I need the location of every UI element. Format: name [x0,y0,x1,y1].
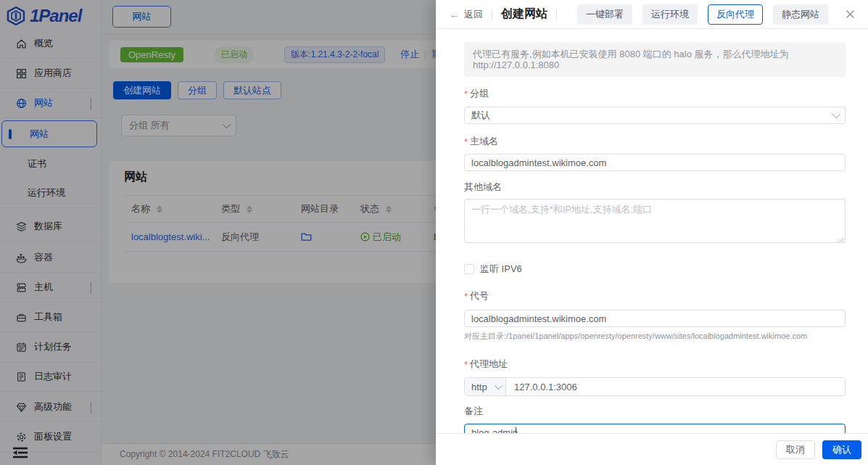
primary-domain-label: * 主域名 [464,135,846,148]
proxy-address-label: * 代理地址 [464,358,846,371]
chevron-down-icon [495,382,503,390]
create-website-drawer: ← 返回 创建网站 一键部署 运行环境 反向代理 静态网站 代理已有服务,例如本… [436,0,868,465]
tab-static-site[interactable]: 静态网站 [773,4,828,25]
other-domains-label: 其他域名 [464,181,846,194]
confirm-button[interactable]: 确认 [822,440,861,459]
primary-domain-input[interactable] [464,154,846,171]
code-name-helper-text: 对应主目录:/1panel/1panel/apps/openresty/open… [464,331,846,342]
back-arrow-icon: ← [450,9,460,20]
divider [492,9,492,20]
group-select-value: 默认 [471,109,490,122]
protocol-select[interactable]: http [465,378,506,395]
group-select[interactable]: 默认 [464,107,846,124]
code-name-label: * 代号 [464,289,846,303]
drawer-title: 创建网站 [501,7,547,22]
tab-runtime[interactable]: 运行环境 [642,4,698,25]
app-root: 1Panel 概览 应用商店 网站 网站 证书 运行环境 数据库 [0,0,868,465]
proxy-address-compound: http [464,377,846,396]
proxy-info-alert: 代理已有服务,例如本机已安装使用 8080 端口的 halo 服务，那么代理地址… [464,42,846,77]
group-label: * 分组 [464,87,846,100]
remark-label: 备注 [464,405,846,418]
tab-reverse-proxy[interactable]: 反向代理 [708,4,763,25]
text-caret [516,427,516,433]
tab-one-click-deploy[interactable]: 一键部署 [577,4,632,25]
back-label: 返回 [464,8,483,21]
drawer-header: ← 返回 创建网站 一键部署 运行环境 反向代理 静态网站 [436,0,868,29]
site-type-tabs: 一键部署 运行环境 反向代理 静态网站 [577,4,828,25]
listen-ipv6-label: 监听 IPV6 [480,263,522,276]
listen-ipv6-checkbox-row[interactable]: 监听 IPV6 [464,263,846,276]
other-domains-textarea[interactable] [464,199,846,243]
remark-input[interactable] [464,424,846,433]
back-button[interactable]: ← 返回 [450,8,483,21]
code-name-input[interactable] [464,310,846,327]
divider [556,9,557,20]
close-icon[interactable] [843,8,856,21]
checkbox-unchecked-icon[interactable] [464,264,474,274]
cancel-button[interactable]: 取消 [776,440,815,459]
protocol-value: http [471,382,487,392]
chevron-down-icon [832,110,840,118]
drawer-footer: 取消 确认 [436,433,868,465]
proxy-address-input[interactable] [506,378,845,395]
drawer-body: 代理已有服务,例如本机已安装使用 8080 端口的 halo 服务，那么代理地址… [436,29,868,433]
